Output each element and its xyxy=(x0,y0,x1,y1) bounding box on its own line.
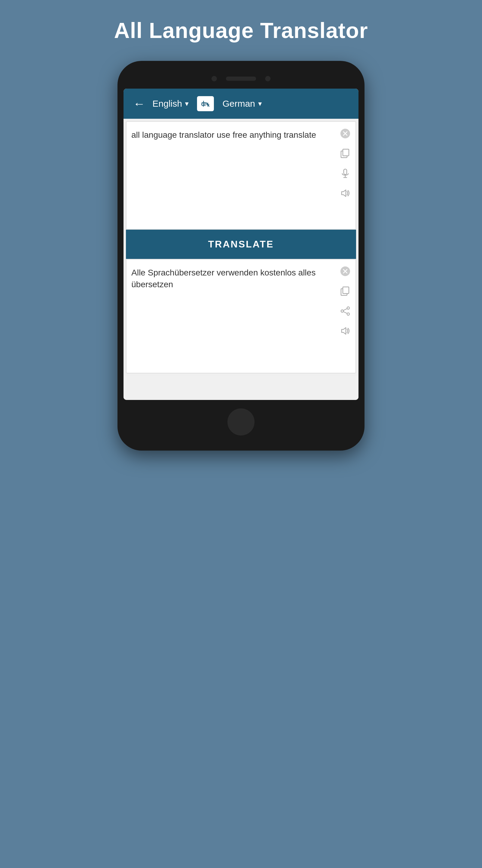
phone-shell: ← English ▾ G T German ▾ xyxy=(118,61,364,451)
clear-output-button[interactable] xyxy=(338,264,352,278)
google-translate-icon-button[interactable]: G T xyxy=(197,96,214,111)
clear-input-button[interactable] xyxy=(338,127,352,141)
target-language-selector[interactable]: German ▾ xyxy=(222,98,261,109)
source-language-arrow-icon: ▾ xyxy=(185,99,189,108)
svg-point-23 xyxy=(341,310,344,312)
target-language-label: German xyxy=(222,98,255,109)
svg-rect-21 xyxy=(343,287,349,293)
source-text-area[interactable]: all language translator use free anythin… xyxy=(127,122,335,229)
share-output-icon xyxy=(340,306,351,316)
speaker-output-icon xyxy=(340,326,351,336)
share-output-button[interactable] xyxy=(338,304,352,318)
translate-button[interactable]: TRANSLATE xyxy=(126,230,356,259)
speaker-input-button[interactable] xyxy=(338,186,352,200)
svg-point-24 xyxy=(347,313,349,315)
output-section: Alle Sprachübersetzer verwenden kostenlo… xyxy=(126,259,356,373)
mic-input-button[interactable] xyxy=(338,166,352,180)
back-button[interactable]: ← xyxy=(131,95,148,112)
copy-input-icon xyxy=(340,148,351,159)
output-actions xyxy=(335,259,355,373)
mic-input-icon xyxy=(340,168,351,179)
phone-top-bar xyxy=(124,70,358,89)
source-text: all language translator use free anythin… xyxy=(131,129,330,141)
clear-output-icon xyxy=(340,266,351,277)
svg-marker-16 xyxy=(342,190,346,196)
svg-marker-27 xyxy=(342,328,346,334)
source-language-label: English xyxy=(153,98,182,109)
google-translate-icon: G T xyxy=(200,98,211,110)
copy-input-button[interactable] xyxy=(338,147,352,160)
svg-point-22 xyxy=(347,307,349,309)
front-camera xyxy=(212,76,217,82)
copy-output-button[interactable] xyxy=(338,284,352,298)
phone-home-button[interactable] xyxy=(227,408,255,435)
target-language-arrow-icon: ▾ xyxy=(258,99,262,108)
output-text-area: Alle Sprachübersetzer verwenden kostenlo… xyxy=(127,259,335,373)
copy-output-icon xyxy=(340,286,351,297)
app-toolbar: ← English ▾ G T German ▾ xyxy=(124,89,358,119)
phone-bottom-bar xyxy=(124,376,358,400)
translated-text: Alle Sprachübersetzer verwenden kostenlo… xyxy=(131,267,330,290)
speaker-output-button[interactable] xyxy=(338,324,352,338)
input-section: all language translator use free anythin… xyxy=(126,121,356,230)
svg-line-25 xyxy=(344,309,347,310)
front-sensor xyxy=(265,76,270,82)
phone-speaker-grille xyxy=(226,76,256,81)
phone-screen: ← English ▾ G T German ▾ xyxy=(124,89,358,400)
clear-input-icon xyxy=(340,128,351,139)
input-actions xyxy=(335,122,355,229)
svg-rect-12 xyxy=(343,149,349,156)
page-title: All Language Translator xyxy=(114,18,368,43)
svg-line-26 xyxy=(344,312,347,313)
svg-rect-13 xyxy=(344,169,347,175)
speaker-input-icon xyxy=(340,188,351,198)
source-language-selector[interactable]: English ▾ xyxy=(153,98,189,109)
